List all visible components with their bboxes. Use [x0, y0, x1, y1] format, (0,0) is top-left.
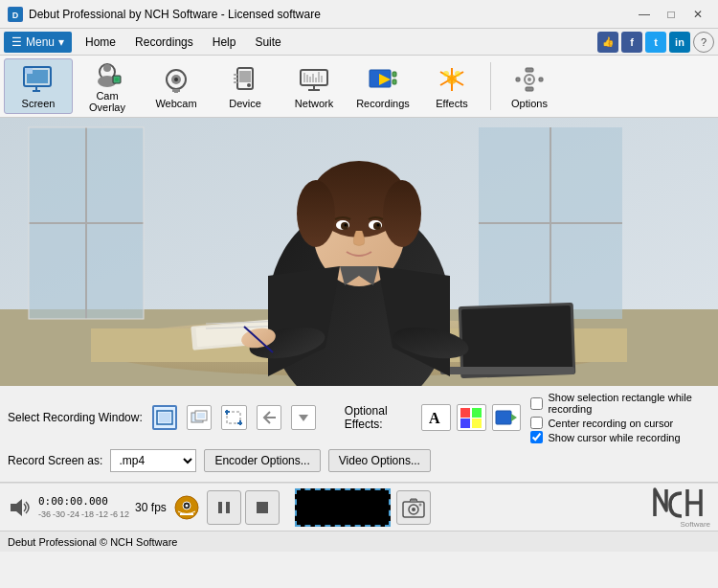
svg-point-76: [297, 180, 335, 247]
svg-rect-103: [460, 418, 470, 428]
menu-label: Menu: [26, 35, 55, 49]
svg-rect-53: [539, 78, 543, 81]
controls-row1: Select Recording Window: Optional Effect…: [8, 392, 710, 443]
toolbar-options[interactable]: Options: [495, 58, 564, 114]
toolbar-recordings[interactable]: Recordings: [348, 58, 417, 114]
toolbar-effects[interactable]: Effects: [417, 58, 486, 114]
svg-rect-70: [461, 305, 572, 373]
svg-rect-6: [25, 68, 33, 74]
thumbs-up-icon[interactable]: 👍: [597, 32, 618, 53]
region-select-btn[interactable]: [221, 405, 246, 430]
timecode: 0:00:00.000: [38, 495, 129, 508]
menu-recordings[interactable]: Recordings: [125, 32, 203, 53]
toolbar-cam-overlay[interactable]: Cam Overlay: [73, 58, 142, 114]
center-recording-checkbox[interactable]: [530, 417, 543, 429]
dropdown-arrow-icon: ▾: [58, 35, 64, 49]
svg-rect-15: [172, 89, 180, 92]
show-rectangle-label: Show selection rectangle while recording: [548, 392, 710, 415]
show-cursor-label: Show cursor while recording: [548, 432, 680, 443]
minimize-button[interactable]: —: [632, 5, 657, 24]
preview-area: [0, 118, 718, 386]
svg-rect-114: [257, 502, 268, 513]
hamburger-icon: ☰: [11, 35, 22, 49]
menu-home[interactable]: Home: [76, 32, 125, 53]
svg-text:D: D: [12, 11, 19, 20]
svg-rect-93: [227, 412, 240, 423]
options-label: Options: [511, 98, 548, 109]
color-effect-btn[interactable]: [457, 404, 486, 431]
show-rectangle-checkbox[interactable]: [530, 397, 543, 410]
encoder-options-button[interactable]: Encoder Options...: [204, 449, 320, 472]
svg-rect-52: [516, 78, 520, 81]
menu-suite[interactable]: Suite: [245, 32, 290, 53]
network-icon: [299, 64, 329, 95]
svg-point-110: [185, 504, 188, 507]
recordings-label: Recordings: [356, 98, 410, 109]
close-button[interactable]: ✕: [685, 5, 710, 24]
pause-button[interactable]: [207, 490, 241, 525]
effects-icon: [437, 64, 467, 95]
svg-rect-105: [496, 411, 511, 424]
toolbar-webcam[interactable]: Webcam: [142, 58, 211, 114]
toolbar-screen[interactable]: Screen: [4, 58, 73, 114]
title-text: Debut Professional by NCH Software - Lic…: [29, 8, 321, 21]
menu-bar: ☰ Menu ▾ Home Recordings Help Suite 👍 f …: [0, 29, 718, 56]
effects-label: Effects: [436, 98, 467, 109]
stop-button[interactable]: [245, 490, 280, 525]
svg-point-43: [455, 71, 460, 77]
fullscreen-select-btn[interactable]: [152, 405, 177, 430]
svg-point-82: [345, 224, 348, 227]
video-effect-btn[interactable]: [492, 404, 522, 431]
center-recording-row: Center recording on cursor: [530, 417, 710, 429]
webcam-icon: [161, 64, 191, 95]
text-effect-btn[interactable]: A: [421, 404, 451, 431]
signal-icon[interactable]: [172, 493, 201, 522]
svg-rect-71: [440, 367, 574, 374]
svg-marker-99: [299, 415, 308, 421]
nch-letters: [653, 486, 710, 520]
svg-point-83: [377, 224, 380, 227]
menu-button[interactable]: ☰ Menu ▾: [4, 32, 72, 53]
maximize-button[interactable]: □: [659, 5, 684, 24]
video-options-button[interactable]: Video Options...: [328, 449, 431, 472]
svg-rect-113: [226, 502, 230, 513]
svg-rect-18: [239, 71, 251, 82]
menu-help[interactable]: Help: [203, 32, 246, 53]
svg-point-49: [527, 78, 531, 81]
svg-marker-106: [511, 414, 517, 421]
volume-icon[interactable]: [8, 495, 33, 520]
device-label: Device: [229, 98, 261, 109]
linkedin-icon[interactable]: in: [669, 32, 690, 53]
options-icon: [514, 64, 545, 95]
preview-image: [0, 118, 718, 386]
svg-rect-36: [393, 72, 396, 77]
show-cursor-row: Show cursor while recording: [530, 431, 710, 443]
cam-overlay-label: Cam Overlay: [77, 90, 138, 113]
optional-effects-section: Optional Effects: A: [345, 404, 522, 431]
svg-point-117: [412, 508, 415, 511]
preview-thumbnail: [295, 488, 391, 527]
toolbar-network[interactable]: Network: [280, 58, 348, 114]
recordings-icon: [368, 64, 398, 95]
svg-point-118: [418, 503, 421, 506]
title-bar-controls: — □ ✕: [632, 5, 710, 24]
twitter-icon[interactable]: t: [645, 32, 666, 53]
show-cursor-checkbox[interactable]: [530, 431, 543, 443]
format-select[interactable]: .mp4 .avi .mov .wmv .mkv: [110, 449, 196, 472]
status-text: Debut Professional © NCH Software: [8, 536, 177, 548]
screenshot-button[interactable]: [396, 490, 431, 525]
dropdown-btn[interactable]: [291, 405, 316, 430]
svg-marker-107: [11, 499, 22, 516]
network-label: Network: [295, 98, 333, 109]
facebook-icon[interactable]: f: [621, 32, 642, 53]
toolbar-device[interactable]: Device: [211, 58, 280, 114]
screen-label: Screen: [22, 98, 56, 109]
svg-rect-51: [526, 87, 533, 91]
svg-point-20: [247, 83, 251, 87]
svg-rect-50: [526, 68, 533, 72]
help-icon[interactable]: ?: [693, 32, 714, 53]
playback-bar: 0:00:00.000 -36 -30 -24 -18 -12 -6 12 30…: [0, 483, 718, 531]
svg-rect-23: [234, 81, 237, 83]
back-btn[interactable]: [257, 405, 281, 430]
window-select-btn[interactable]: [187, 405, 212, 430]
